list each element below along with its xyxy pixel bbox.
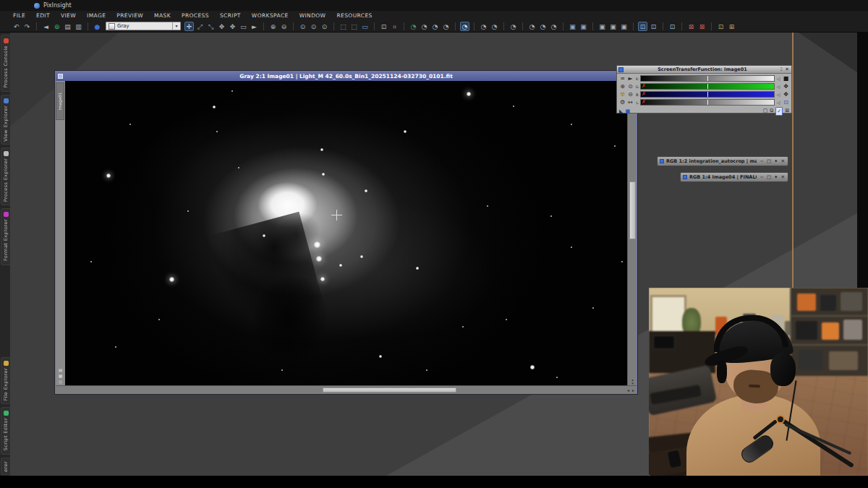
vertical-scroll-arrows[interactable]: ▴ ▾ — [628, 378, 637, 385]
workspace-close-icon[interactable]: ⊠ — [686, 22, 696, 31]
apply-icon[interactable]: ✓ — [775, 107, 783, 116]
menu-mask[interactable]: MASK — [154, 12, 171, 19]
menu-workspace[interactable]: WORKSPACE — [252, 12, 289, 19]
menu-process[interactable]: PROCESS — [182, 12, 209, 19]
zoom-in-icon[interactable]: ⊕ — [268, 22, 278, 31]
sidebar-item-format-explorer[interactable]: Format Explorer — [1, 208, 10, 265]
zoom-out-icon[interactable]: ⊖ — [626, 90, 634, 98]
close-button[interactable]: ✕ — [781, 157, 785, 166]
channel-reset-icon[interactable]: ◁ — [775, 92, 782, 97]
stf-gradient-bar[interactable]: ✗ — [640, 99, 775, 106]
window-tile-icon[interactable]: ▣ — [568, 22, 577, 31]
horizontal-scroll-thumb[interactable] — [323, 388, 456, 393]
window-mode-icon[interactable]: ▤ — [59, 367, 63, 372]
zoom-in-icon[interactable]: ⊕ — [618, 82, 626, 90]
image-canvas[interactable] — [65, 81, 628, 387]
channel-reset-icon[interactable]: ◁ — [775, 76, 782, 81]
workspace-1-icon[interactable]: ⊡ — [638, 22, 647, 31]
maximize-button[interactable]: □ — [767, 157, 771, 166]
chevron-down-icon[interactable]: ▾ — [172, 22, 180, 30]
preview-grid-icon[interactable]: ⌗ — [390, 22, 399, 31]
menu-view[interactable]: VIEW — [61, 12, 76, 19]
readout-mode-10-icon[interactable]: ◔ — [549, 22, 558, 31]
menu-window[interactable]: WINDOW — [299, 12, 326, 19]
image-window-title-bar[interactable]: Gray 2:1 Image01 | Light_M 42_60.0s_Bin1… — [56, 72, 637, 81]
stf-panel[interactable]: ScreenTransferFunction: Image01 ⌶ ✕ ∞►⊕⊙… — [616, 65, 792, 114]
resize-corner-icon[interactable]: ◣ — [619, 108, 623, 115]
fit-window-icon[interactable]: ⤡ — [206, 22, 216, 31]
preview-select-icon[interactable]: ⊡ — [379, 22, 388, 31]
menu-file[interactable]: FILE — [13, 12, 25, 19]
window-icon[interactable] — [683, 175, 687, 179]
zoom-fit-icon[interactable]: ⊙ — [309, 22, 318, 31]
new-instance-icon[interactable]: ▢ — [763, 107, 768, 116]
workspace-close-all-icon[interactable]: ⊠ — [697, 22, 707, 31]
sidebar-item-erer[interactable]: erer — [1, 458, 10, 476]
workspace-down-icon[interactable]: ⊡ — [716, 22, 726, 31]
readout-active-icon[interactable]: ◔ — [460, 22, 469, 31]
menu-preview[interactable]: PREVIEW — [116, 12, 143, 19]
stf-title-bar[interactable]: ScreenTransferFunction: Image01 ⌶ ✕ — [617, 66, 791, 74]
black-point-icon[interactable]: ■ — [782, 75, 790, 82]
vertical-scroll-thumb[interactable] — [629, 181, 636, 239]
reset-icon[interactable]: ⊠ — [785, 107, 789, 116]
readout-mode-7-icon[interactable]: ◔ — [509, 22, 518, 31]
minimize-button[interactable]: − — [760, 157, 763, 166]
close-icon[interactable]: ✕ — [785, 67, 789, 72]
channel-reset-icon[interactable]: ◁ — [775, 100, 782, 105]
sidebar-item-script-editor[interactable]: Script Editor — [1, 407, 10, 454]
channel-reset-icon[interactable]: ◁ — [775, 84, 782, 89]
zoom-out-icon[interactable]: ⊖ — [279, 22, 289, 31]
sidebar-item-process-console[interactable]: Process Console — [1, 35, 10, 92]
view-mode-selector[interactable]: Gray ▾ — [106, 22, 181, 30]
menu-script[interactable]: SCRIPT — [220, 12, 241, 19]
new-preview-mode-icon[interactable]: ⬚ — [339, 22, 348, 31]
zoom-11-icon[interactable]: ⊙ — [626, 82, 634, 90]
window-expand-icon[interactable]: ▣ — [597, 22, 607, 31]
menu-image[interactable]: IMAGE — [87, 12, 106, 19]
sidebar-item-file-explorer[interactable]: File Explorer — [1, 357, 10, 404]
stf-gradient-bar[interactable]: ✗ — [640, 83, 775, 90]
select-mode-icon[interactable]: ► — [250, 22, 259, 31]
workspace-3-icon[interactable]: ⊡ — [668, 22, 677, 31]
center-view-icon[interactable]: ✥ — [217, 22, 226, 31]
channel-disabled-icon[interactable]: ✗ — [642, 91, 646, 98]
link-rgb-icon[interactable]: ∞ — [618, 74, 626, 82]
collapsed-window-final[interactable]: RGB 1:4 Image04 | FINAL0... −□✦✕ — [680, 172, 788, 182]
vertical-scrollbar[interactable]: ▴ ▾ — [627, 81, 637, 385]
window-fit-icon[interactable]: ▣ — [619, 22, 629, 31]
dynamic-crop-icon[interactable]: ▭ — [360, 22, 370, 31]
edit-preview-mode-icon[interactable]: ⬚ — [349, 22, 359, 31]
horizontal-scroll-arrows[interactable]: ◂ ▸ — [627, 388, 635, 393]
blue-adjust-icon[interactable]: ✥ — [782, 91, 790, 98]
shade-button[interactable]: ✦ — [774, 173, 778, 181]
image-tab-image01[interactable]: Image01 — [56, 82, 64, 120]
audio-annotation-icon[interactable]: ◄ — [41, 22, 51, 31]
auto-stretch-icon[interactable]: ☢ — [618, 90, 626, 98]
green-adjust-icon[interactable]: ✥ — [782, 83, 790, 90]
close-button[interactable]: ✕ — [781, 173, 785, 181]
readout-mode-9-icon[interactable]: ◔ — [538, 22, 548, 31]
zoom-1-1-icon[interactable]: ⊙ — [298, 22, 307, 31]
readout-mode-5-icon[interactable]: ◔ — [479, 22, 488, 31]
menu-resources[interactable]: RESOURCES — [336, 12, 372, 19]
menu-edit[interactable]: EDIT — [36, 12, 50, 19]
os-title-bar[interactable]: PixInsight — [0, 0, 868, 11]
pin-icon[interactable]: ⌶ — [780, 67, 783, 72]
readout-mode-3-icon[interactable]: ◔ — [430, 22, 440, 31]
new-image-icon[interactable]: ● — [93, 22, 102, 31]
window-shrink-icon[interactable]: ▣ — [608, 22, 618, 31]
readout-probe-icon[interactable]: ◎ — [59, 379, 62, 384]
color-management-icon[interactable]: ⊚ — [52, 22, 61, 31]
stf-gradient-bar[interactable]: ✗ — [640, 91, 775, 98]
channel-disabled-icon[interactable]: ✗ — [642, 83, 646, 90]
readout-mode-6-icon[interactable]: ◔ — [490, 22, 499, 31]
maximize-button[interactable]: □ — [767, 173, 771, 181]
redo-icon[interactable]: ↷ — [22, 22, 32, 31]
track-view-icon[interactable]: ⊡ — [782, 99, 790, 106]
shadows-range-icon[interactable]: ↔ — [626, 98, 634, 106]
pan-mode-icon[interactable]: ✛ — [184, 22, 194, 31]
optimal-fit-icon[interactable]: ✥ — [228, 22, 237, 31]
readout-mode-8-icon[interactable]: ◔ — [527, 22, 537, 31]
workspace-2-icon[interactable]: ⊡ — [649, 22, 658, 31]
